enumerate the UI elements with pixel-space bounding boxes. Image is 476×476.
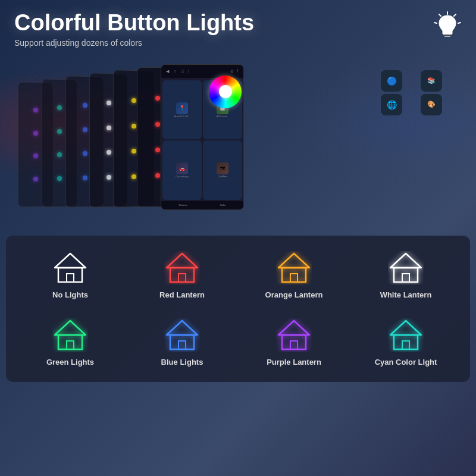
device-area: ◀ ○ □ ⁞ ⊙ 7 📍 bbox=[6, 52, 470, 231]
light-dot bbox=[57, 129, 62, 134]
svg-rect-21 bbox=[67, 341, 74, 349]
svg-rect-20 bbox=[58, 335, 82, 349]
tablet-lights-2 bbox=[56, 84, 63, 202]
option-label-white-lantern: White Lantern bbox=[380, 290, 432, 299]
light-dot bbox=[57, 105, 62, 110]
header: Colorful Button Lights Support adjusting… bbox=[0, 0, 476, 52]
svg-marker-22 bbox=[167, 321, 198, 335]
light-dot bbox=[57, 176, 62, 180]
light-dot bbox=[83, 151, 87, 156]
app-grid: 📍 AndroITS GP... 🤖 APK Insta... bbox=[161, 79, 243, 201]
light-dot bbox=[155, 96, 160, 101]
option-label-cyan-color-light: Cyan Color LIght bbox=[375, 358, 437, 367]
light-dot bbox=[131, 149, 136, 154]
header-left: Colorful Button Lights Support adjusting… bbox=[14, 11, 254, 48]
svg-rect-29 bbox=[394, 335, 418, 349]
light-option-orange-lantern[interactable]: Orange Lantern bbox=[242, 245, 346, 305]
option-label-orange-lantern: Orange Lantern bbox=[265, 290, 323, 299]
bottom-dock: Chrome Color bbox=[161, 201, 243, 209]
light-dot bbox=[107, 126, 111, 130]
svg-line-3 bbox=[439, 14, 441, 16]
light-dot bbox=[33, 176, 38, 181]
light-option-blue-lights[interactable]: Blue Lights bbox=[130, 312, 234, 372]
app-carmate-label: CarMate bbox=[218, 175, 227, 178]
svg-rect-12 bbox=[178, 274, 186, 282]
light-dot bbox=[155, 122, 160, 127]
light-dot bbox=[155, 173, 160, 178]
tablet-lights-1 bbox=[32, 87, 39, 202]
option-label-red-lantern: Red Lantern bbox=[159, 290, 205, 299]
device-mockup: ◀ ○ □ ⁞ ⊙ 7 📍 bbox=[12, 58, 464, 225]
house-icon-blue-lights bbox=[164, 318, 200, 352]
house-icon-cyan-color-light bbox=[388, 318, 424, 352]
svg-rect-24 bbox=[178, 341, 186, 349]
light-dot bbox=[107, 101, 111, 105]
square-icon: □ bbox=[181, 69, 183, 74]
bottom-panel: No LightsRed LanternOrange LanternWhite … bbox=[6, 236, 470, 382]
option-label-blue-lights: Blue Lights bbox=[161, 358, 203, 367]
bluetooth-app-icon: 🔵 bbox=[381, 70, 402, 92]
svg-rect-23 bbox=[170, 335, 194, 349]
back-icon: ◀ bbox=[166, 69, 169, 74]
home-icon: ○ bbox=[174, 69, 176, 74]
svg-rect-8 bbox=[58, 268, 82, 282]
house-icon-white-lantern bbox=[388, 251, 424, 284]
app-apk-installer[interactable]: 🤖 APK Insta... bbox=[203, 80, 242, 140]
light-option-white-lantern[interactable]: White Lantern bbox=[353, 245, 458, 305]
tablet-lights-3 bbox=[82, 82, 89, 202]
app-carmate[interactable]: 🗺 CarMate bbox=[203, 140, 242, 200]
light-option-green-lights[interactable]: Green Lights bbox=[18, 312, 123, 372]
right-icons-grid: 🔵 📚 🌐 🎨 bbox=[381, 70, 458, 115]
app-android-gps[interactable]: 📍 AndroITS GP... bbox=[162, 80, 202, 140]
color-label: Color bbox=[220, 203, 226, 206]
svg-line-1 bbox=[454, 14, 456, 16]
svg-rect-17 bbox=[394, 268, 418, 282]
svg-rect-15 bbox=[290, 274, 298, 282]
nav-left: ◀ ○ □ ⁞ bbox=[166, 69, 189, 74]
svg-marker-13 bbox=[278, 253, 309, 268]
svg-marker-10 bbox=[167, 253, 198, 268]
option-label-no-lights: No Lights bbox=[52, 290, 88, 299]
svg-rect-11 bbox=[170, 268, 194, 282]
svg-marker-25 bbox=[278, 321, 309, 335]
bulb-icon-container bbox=[433, 11, 462, 39]
svg-rect-9 bbox=[67, 274, 74, 282]
house-icon-red-lantern bbox=[164, 251, 200, 284]
app-carmate-icon: 🗺 bbox=[217, 162, 228, 174]
color-app-icon: 🎨 bbox=[421, 94, 442, 115]
light-dot bbox=[83, 175, 87, 180]
light-option-no-lights[interactable]: No Lights bbox=[18, 245, 123, 305]
book-app-icon: 📚 bbox=[421, 70, 442, 92]
svg-line-2 bbox=[458, 23, 461, 23]
color-wheel-center bbox=[219, 85, 232, 98]
app-apk-label: APK Insta... bbox=[216, 115, 228, 118]
svg-rect-26 bbox=[282, 335, 306, 349]
app-car-settings-icon: 🚗 bbox=[176, 162, 188, 174]
svg-marker-7 bbox=[55, 253, 86, 268]
light-dot bbox=[107, 174, 111, 179]
light-dot bbox=[83, 103, 87, 108]
option-label-purple-lantern: Purple Lantern bbox=[267, 358, 321, 367]
color-wheel-popup bbox=[209, 76, 242, 108]
dots-icon: ⁞ bbox=[188, 69, 189, 74]
light-dot bbox=[33, 154, 38, 158]
nav-right: ⊙ 7 bbox=[230, 69, 239, 74]
house-icon-orange-lantern bbox=[276, 251, 312, 284]
light-option-purple-lantern[interactable]: Purple Lantern bbox=[242, 312, 346, 372]
light-dot bbox=[155, 148, 160, 152]
color-wheel bbox=[209, 76, 242, 108]
light-dot bbox=[57, 152, 62, 157]
light-dot bbox=[33, 108, 38, 112]
app-android-gps-label: AndroITS GP... bbox=[174, 115, 190, 118]
house-icon-no-lights bbox=[52, 251, 88, 284]
tablet-stack: ◀ ○ □ ⁞ ⊙ 7 📍 bbox=[18, 64, 244, 213]
svg-line-4 bbox=[434, 23, 437, 23]
light-dot bbox=[131, 124, 136, 129]
app-android-gps-icon: 📍 bbox=[176, 102, 188, 114]
svg-rect-30 bbox=[402, 341, 409, 349]
app-car-settings[interactable]: 🚗 Car settings bbox=[162, 140, 202, 200]
light-option-cyan-color-light[interactable]: Cyan Color LIght bbox=[353, 312, 458, 372]
wifi-icon: ⊙ bbox=[230, 69, 234, 74]
light-option-red-lantern[interactable]: Red Lantern bbox=[130, 245, 234, 305]
light-options-grid: No LightsRed LanternOrange LanternWhite … bbox=[18, 245, 458, 372]
